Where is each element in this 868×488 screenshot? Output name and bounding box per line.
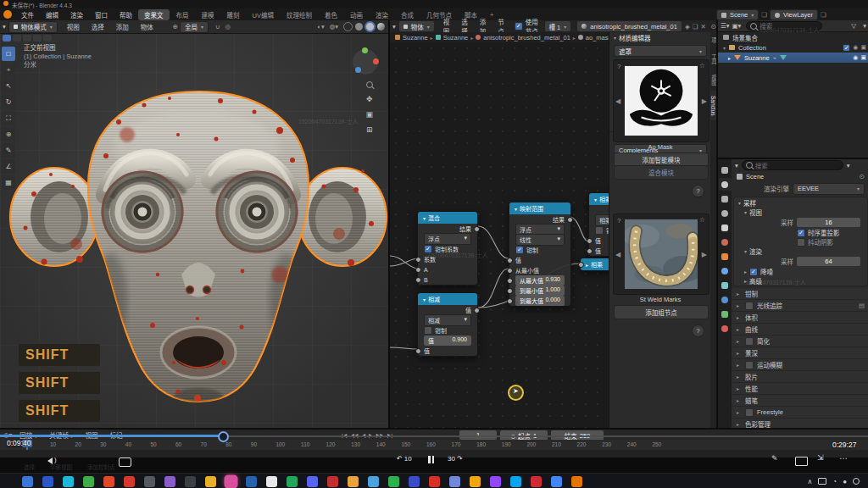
outliner-row-collection[interactable]: ▾ Collection ✓ ◉ ▣	[718, 42, 868, 53]
editor-type-icon[interactable]: ▾	[735, 162, 738, 169]
node-mix[interactable]: ▾混合 结果 浮点▾ ✓钳制系数 系数 A B	[417, 211, 478, 286]
node-mix-header[interactable]: ▾混合	[418, 212, 477, 224]
tray-expand-icon[interactable]: ∧	[807, 478, 812, 485]
outliner-row-scene-collection[interactable]: 场景集合	[718, 32, 868, 42]
from-min-socket[interactable]	[507, 268, 513, 274]
sampling-render-header[interactable]: ▾渲染	[734, 247, 867, 256]
properties-tab-view-layer[interactable]	[719, 207, 732, 219]
section-7[interactable]: ▸胶片	[732, 371, 868, 383]
taskbar-app-18[interactable]	[388, 476, 399, 487]
gizmos-icon[interactable]: ◍▾	[330, 23, 338, 30]
pin-icon[interactable]: ⊙	[860, 173, 865, 180]
taskbar-app-19[interactable]	[409, 476, 420, 487]
to-min-field[interactable]: 到最小值1.000	[515, 286, 565, 296]
sampling-viewport-header[interactable]: ▾视图	[734, 208, 867, 217]
section-5[interactable]: ▸景深	[732, 347, 868, 359]
viewport-menu-2[interactable]: 添加	[110, 22, 135, 31]
taskbar-app-14[interactable]	[307, 476, 318, 487]
taskbar-app-2[interactable]	[63, 476, 74, 487]
shading-wireframe-icon[interactable]	[343, 22, 353, 31]
taskbar-app-8[interactable]	[185, 476, 196, 487]
to-max-socket[interactable]	[507, 298, 513, 304]
axis-x-icon[interactable]	[373, 58, 379, 64]
topbar-menu-3[interactable]: 窗口	[89, 10, 114, 19]
section-0[interactable]: ▸钳制	[732, 288, 868, 300]
timeline-ruler[interactable]: 1 10203040506070809010011012013014015016…	[0, 440, 868, 450]
taskbar-app-26[interactable]	[551, 476, 562, 487]
help-circle-button[interactable]: ?	[692, 324, 704, 337]
engine-dropdown[interactable]: EEVEE▾	[793, 183, 865, 195]
move-view-icon[interactable]: ✥	[366, 95, 373, 103]
taskbar-app-13[interactable]	[287, 476, 298, 487]
miniplayer-icon[interactable]	[795, 457, 808, 466]
section-extra-icon[interactable]: ▤	[859, 302, 865, 309]
outliner-row-suzanne[interactable]: ▸ Suzanne ⌁ ◉ ▣	[718, 53, 868, 63]
clamp-checkbox[interactable]: ✓	[515, 246, 524, 254]
workspace-tab-6[interactable]: 动画	[344, 9, 369, 20]
shader-type-dropdown[interactable]: 物体 ▾	[398, 20, 435, 32]
taskbar-app-4[interactable]	[103, 476, 114, 487]
section-1[interactable]: ▸光线追踪▤	[732, 300, 868, 312]
to-max-field[interactable]: 到最大值0.000	[515, 296, 565, 306]
temporal-reprojection-row[interactable]: ✓ 时序重投影	[734, 228, 867, 237]
taskbar-app-15[interactable]	[327, 476, 338, 487]
viewport-menu-3[interactable]: 物体	[135, 22, 159, 31]
node-map-range[interactable]: ▾映射范围 结果 浮点▾ 线性▾ ✓钳制 值 从最小值 从最大值0.930 到最…	[509, 202, 571, 307]
render-samples-value[interactable]: 64	[797, 257, 860, 266]
duplicate-material-icon[interactable]: ❏	[693, 23, 698, 30]
editor-type-icon[interactable]: ☰▾	[721, 22, 730, 30]
properties-tab-material[interactable]	[719, 322, 732, 335]
prev-arrow-icon[interactable]: ◀	[615, 251, 620, 258]
filter-icon[interactable]: ▽	[851, 22, 856, 30]
denoise-row[interactable]: ▸✓ 降噪	[734, 267, 867, 276]
taskbar-app-3[interactable]	[83, 476, 94, 487]
output-socket[interactable]	[474, 226, 480, 232]
properties-tab-render[interactable]	[719, 178, 732, 191]
math-operation-dropdown[interactable]: 相减▾	[424, 314, 471, 326]
properties-tab-output[interactable]	[719, 192, 732, 205]
tool-transform-icon[interactable]: ⊕	[2, 127, 15, 141]
forward-30-button[interactable]: 30↷	[448, 455, 463, 463]
expand-icon[interactable]: ▾	[723, 45, 726, 51]
overlays-icon[interactable]: ◐▾	[317, 23, 324, 30]
topbar-menu-2[interactable]: 渲染	[64, 10, 89, 19]
tool-move-icon[interactable]: ↖	[2, 79, 15, 93]
timeline[interactable]: ◷▾ 回放 ▾关键帧 ▾视图标记 |◀ ◀◀ ◀ ▶ ▶▶ ▶| 1 ◷起点1 …	[0, 428, 868, 459]
blender-menu-icon[interactable]	[3, 10, 12, 19]
node-subtract[interactable]: ▾相减 值 相减▾ 钳制 值0.900 值	[417, 292, 478, 357]
properties-tab-tool[interactable]	[719, 164, 732, 176]
b-socket[interactable]	[415, 277, 421, 283]
input-socket[interactable]	[578, 262, 584, 268]
value-socket[interactable]	[587, 238, 593, 244]
battery-icon[interactable]	[818, 478, 826, 485]
video-progress-remaining[interactable]	[223, 435, 868, 437]
workspace-tab-active[interactable]: 变果文	[138, 9, 170, 20]
workspace-tab-0[interactable]: 布局	[170, 9, 195, 20]
from-max-field[interactable]: 从最大值0.930	[515, 275, 565, 286]
properties-tab-object[interactable]	[719, 250, 732, 263]
properties-editor[interactable]: ▾ 搜索 ▾ Scene ⊙ 渲染引擎 EEVEE▾	[716, 159, 868, 428]
section-6[interactable]: ▸运动模糊	[732, 359, 868, 371]
workspace-tab-5[interactable]: 着色	[319, 9, 343, 20]
viewport-samples-value[interactable]: 16	[797, 218, 860, 227]
copy-scene-icon[interactable]: ❏	[761, 11, 767, 19]
rewind-10-button[interactable]: ↶10	[397, 455, 412, 463]
add-group-node-button[interactable]: 添加组节点	[614, 305, 709, 319]
properties-tab-physics[interactable]	[719, 293, 732, 306]
clamp-factor-checkbox[interactable]: ✓	[424, 245, 432, 253]
mask-category-dropdown[interactable]: 遮罩▾	[614, 45, 707, 57]
properties-tab-scene[interactable]	[719, 221, 732, 234]
tool-rotate-icon[interactable]: ↻	[2, 95, 15, 109]
tool-scale-icon[interactable]: ⛶	[2, 111, 15, 125]
mix-datatype-dropdown[interactable]: 浮点▾	[424, 233, 471, 245]
transform-orientation[interactable]: ⊕ 全局▾	[173, 21, 209, 33]
viewlayer-selector[interactable]: ViewLayer	[770, 9, 818, 20]
viewport-menu-0[interactable]: 视图	[61, 22, 86, 31]
topbar-menu-1[interactable]: 编辑	[40, 10, 64, 19]
factor-socket[interactable]	[415, 257, 421, 263]
taskbar-app-17[interactable]	[368, 476, 379, 487]
workspace-tab-1[interactable]: 建模	[196, 9, 220, 20]
breadcrumb-item-0[interactable]: Suzanne	[403, 34, 428, 42]
taskbar-app-9[interactable]	[205, 476, 216, 487]
sampling-header[interactable]: ▾采样	[734, 197, 867, 208]
